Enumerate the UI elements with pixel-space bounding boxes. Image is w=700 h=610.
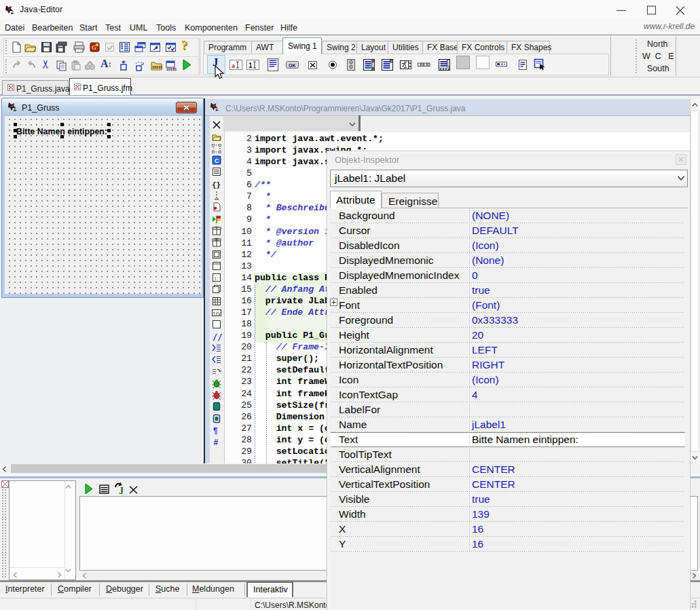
svg-text:J: J <box>119 486 124 496</box>
svg-text:#: # <box>214 438 219 447</box>
svg-text:OK: OK <box>289 63 296 68</box>
svg-text:10101: 10101 <box>152 65 162 69</box>
svg-text:10101: 10101 <box>166 67 177 71</box>
svg-text:1: 1 <box>248 62 253 69</box>
svg-text:a: a <box>232 62 235 69</box>
svg-text:try: try <box>213 311 221 316</box>
svg-text:i: i <box>215 275 217 282</box>
svg-text:¶: ¶ <box>213 426 218 436</box>
svg-text://: // <box>213 332 222 342</box>
svg-text:C: C <box>215 157 219 164</box>
svg-text:{}: {} <box>212 180 221 189</box>
